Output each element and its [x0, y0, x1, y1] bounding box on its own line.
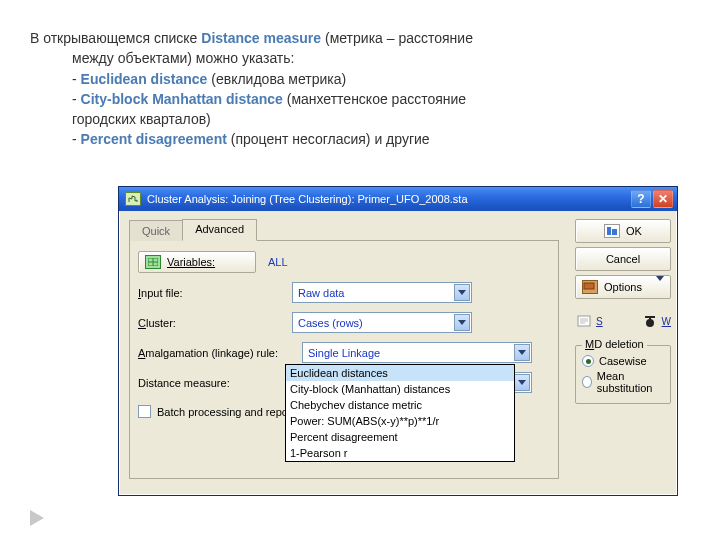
desc-text: (процент несогласия) и другие [227, 131, 430, 147]
summary-icon [604, 224, 620, 238]
variables-button[interactable]: Variables: [138, 251, 256, 273]
cluster-analysis-dialog: Cluster Analysis: Joining (Tree Clusteri… [118, 186, 678, 496]
syntax-link[interactable]: S [575, 313, 603, 329]
amalgamation-label: Amalgamation (linkage) rule: [138, 347, 296, 359]
tab-advanced[interactable]: Advanced [182, 219, 257, 241]
variables-value: ALL [268, 256, 288, 268]
desc-text: (манхеттенское расстояние [283, 91, 466, 107]
cancel-button[interactable]: Cancel [575, 247, 671, 271]
desc-term: Distance measure [201, 30, 321, 46]
desc-text: (метрика – расстояние [321, 30, 473, 46]
ok-button[interactable]: OK [575, 219, 671, 243]
desc-term: Percent disagreement [81, 131, 227, 147]
options-label: Options [604, 281, 642, 293]
distance-dropdown-list[interactable]: Euclidean distances City-block (Manhatta… [285, 364, 515, 462]
desc-bullet: - [72, 131, 81, 147]
cluster-label: Cluster: [138, 317, 286, 329]
tabs: Quick Advanced [129, 219, 559, 241]
close-button[interactable]: ✕ [653, 190, 673, 208]
chevron-down-icon[interactable] [514, 344, 530, 361]
chevron-down-icon[interactable] [514, 374, 530, 391]
script-icon [575, 313, 593, 329]
svg-rect-4 [612, 229, 617, 235]
options-icon [582, 280, 598, 294]
casewise-radio[interactable] [582, 355, 594, 367]
distance-label: Distance measure: [138, 377, 296, 389]
ok-label: OK [626, 225, 642, 237]
chevron-down-icon[interactable] [454, 284, 470, 301]
batch-label: Batch processing and repo [157, 406, 288, 418]
input-file-value: Raw data [298, 287, 344, 299]
dropdown-option[interactable]: Euclidean distances [286, 365, 514, 381]
chevron-down-icon[interactable] [454, 314, 470, 331]
dropdown-option[interactable]: 1-Pearson r [286, 445, 514, 461]
spreadsheet-icon [145, 255, 161, 269]
dropdown-option[interactable]: Percent disagreement [286, 429, 514, 445]
mean-sub-label: Mean substitution [597, 370, 664, 394]
window-title: Cluster Analysis: Joining (Tree Clusteri… [147, 193, 625, 205]
description-text: В открывающемся списке Distance measure … [30, 28, 690, 150]
batch-checkbox[interactable] [138, 405, 151, 418]
desc-text: В открывающемся списке [30, 30, 201, 46]
slide-nav-arrow-icon [30, 510, 44, 526]
weight-icon [641, 313, 659, 329]
input-file-combo[interactable]: Raw data [292, 282, 472, 303]
input-file-label: Input file: [138, 287, 286, 299]
variables-label: Variables: [167, 256, 215, 268]
desc-term: Euclidean distance [81, 71, 208, 87]
help-button[interactable]: ? [631, 190, 651, 208]
amalgamation-value: Single Linkage [308, 347, 380, 359]
titlebar: Cluster Analysis: Joining (Tree Clusteri… [119, 187, 677, 211]
md-legend: MD deletion [582, 338, 647, 350]
md-deletion-group: MD deletion Casewise Mean substitution [575, 345, 671, 404]
mean-sub-radio[interactable] [582, 376, 592, 388]
w-label: W [662, 316, 671, 327]
options-button[interactable]: Options [575, 275, 671, 299]
desc-bullet: - [72, 91, 81, 107]
desc-text: городских кварталов) [72, 111, 211, 127]
dropdown-option[interactable]: City-block (Manhattan) distances [286, 381, 514, 397]
s-label: S [596, 316, 603, 327]
desc-term: City-block Manhattan distance [81, 91, 283, 107]
app-icon [125, 192, 141, 206]
desc-text: между объектами) можно указать: [72, 50, 294, 66]
cluster-value: Cases (rows) [298, 317, 363, 329]
tab-quick[interactable]: Quick [129, 220, 183, 241]
chevron-down-icon [656, 281, 664, 293]
svg-rect-3 [607, 227, 611, 235]
svg-rect-5 [584, 283, 594, 289]
desc-text: (евклидова метрика) [207, 71, 346, 87]
cluster-combo[interactable]: Cases (rows) [292, 312, 472, 333]
cancel-label: Cancel [606, 253, 640, 265]
casewise-label: Casewise [599, 355, 647, 367]
amalgamation-combo[interactable]: Single Linkage [302, 342, 532, 363]
dropdown-option[interactable]: Power: SUM(ABS(x-y)**p)**1/r [286, 413, 514, 429]
dropdown-option[interactable]: Chebychev distance metric [286, 397, 514, 413]
desc-bullet: - [72, 71, 81, 87]
weight-link[interactable]: W [641, 313, 671, 329]
